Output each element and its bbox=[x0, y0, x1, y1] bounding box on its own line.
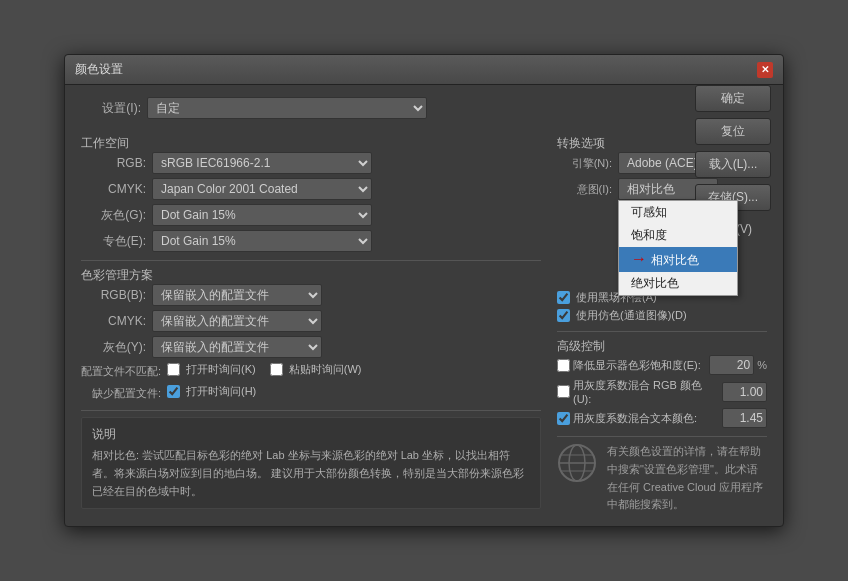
divider4 bbox=[557, 436, 767, 437]
intent-option-saturation[interactable]: 饱和度 bbox=[619, 224, 737, 247]
cmyk-mgmt-select[interactable]: 保留嵌入的配置文件 bbox=[152, 310, 322, 332]
color-mgmt-title: 色彩管理方案 bbox=[81, 267, 541, 284]
color-settings-dialog: 颜色设置 ✕ 设置(I): 自定 工作空间 RGB: sRGB IEC61966… bbox=[64, 54, 784, 526]
engine-label: 引擎(N): bbox=[557, 156, 612, 171]
advanced-title: 高级控制 bbox=[557, 338, 767, 355]
dither-label: 使用仿色(通道图像)(D) bbox=[576, 308, 687, 323]
blend-text-label: 用灰度系数混合文本颜色: bbox=[573, 411, 719, 426]
open-mismatch-label: 打开时询问(K) bbox=[186, 362, 256, 377]
ok-button[interactable]: 确定 bbox=[695, 85, 771, 112]
spot-row: 专色(E): Dot Gain 15% bbox=[81, 230, 541, 252]
info-section: 有关颜色设置的详情，请在帮助中搜索"设置色彩管理"。此术语在任何 Creativ… bbox=[557, 443, 767, 513]
cmyk-mgmt-row: RGB(B): 保留嵌入的配置文件 bbox=[81, 284, 541, 306]
close-button[interactable]: ✕ bbox=[757, 62, 773, 78]
description-box: 说明 相对比色: 尝试匹配目标色彩的绝对 Lab 坐标与来源色彩的绝对 Lab … bbox=[81, 417, 541, 509]
blend-text-checkbox[interactable] bbox=[557, 412, 570, 425]
mismatch-row: 配置文件不匹配: 打开时询问(K) 粘贴时询问(W) bbox=[81, 362, 541, 380]
load-button[interactable]: 载入(L)... bbox=[695, 151, 771, 178]
desaturate-row: 降低显示器色彩饱和度(E): % bbox=[557, 355, 767, 375]
blend-rgb-checkbox[interactable] bbox=[557, 385, 570, 398]
settings-select[interactable]: 自定 bbox=[147, 97, 427, 119]
gray-mgmt-row: 灰色(Y): 保留嵌入的配置文件 bbox=[81, 336, 541, 358]
title-bar: 颜色设置 ✕ bbox=[65, 55, 783, 85]
desaturate-input[interactable] bbox=[709, 355, 754, 375]
gray-label: 灰色(G): bbox=[81, 207, 146, 224]
desaturate-checkbox[interactable] bbox=[557, 359, 570, 372]
black-point-checkbox[interactable] bbox=[557, 291, 570, 304]
info-globe-icon bbox=[557, 443, 597, 483]
cmyk-mgmt-row2: CMYK: 保留嵌入的配置文件 bbox=[81, 310, 541, 332]
blend-text-row: 用灰度系数混合文本颜色: bbox=[557, 408, 767, 428]
gray-row: 灰色(G): Dot Gain 15% bbox=[81, 204, 541, 226]
desaturate-label: 降低显示器色彩饱和度(E): bbox=[573, 358, 706, 373]
desaturate-unit: % bbox=[757, 359, 767, 371]
intent-dropdown[interactable]: 可感知 饱和度 →相对比色 绝对比色 bbox=[618, 200, 738, 296]
rgb-mgmt-select[interactable]: 保留嵌入的配置文件 bbox=[152, 284, 322, 306]
missing-row: 缺少配置文件: 打开时询问(H) bbox=[81, 384, 541, 402]
cmyk-mgmt-label: CMYK: bbox=[81, 314, 146, 328]
dialog-body: 设置(I): 自定 工作空间 RGB: sRGB IEC61966-2.1 bbox=[65, 85, 783, 525]
blend-text-input[interactable] bbox=[722, 408, 767, 428]
dither-row: 使用仿色(通道图像)(D) bbox=[557, 308, 767, 323]
open-missing-row: 打开时询问(H) bbox=[167, 384, 256, 399]
paste-mismatch-label: 粘贴时询问(W) bbox=[289, 362, 362, 377]
blend-rgb-row: 用灰度系数混合 RGB 颜色(U): bbox=[557, 378, 767, 405]
paste-mismatch-row: 粘贴时询问(W) bbox=[270, 362, 362, 377]
description-text: 相对比色: 尝试匹配目标色彩的绝对 Lab 坐标与来源色彩的绝对 Lab 坐标，… bbox=[92, 447, 530, 500]
cmyk-select[interactable]: Japan Color 2001 Coated bbox=[152, 178, 372, 200]
settings-row: 设置(I): 自定 bbox=[81, 97, 767, 119]
gray-mgmt-label: 灰色(Y): bbox=[81, 339, 146, 356]
intent-option-perceivable[interactable]: 可感知 bbox=[619, 201, 737, 224]
missing-label: 缺少配置文件: bbox=[81, 386, 161, 401]
mismatch-label: 配置文件不匹配: bbox=[81, 364, 161, 379]
intent-label: 意图(I): bbox=[557, 182, 612, 197]
rgb-select[interactable]: sRGB IEC61966-2.1 bbox=[152, 152, 372, 174]
workspace-section: 工作空间 RGB: sRGB IEC61966-2.1 CMYK: Japan … bbox=[81, 135, 541, 252]
advanced-section: 高级控制 降低显示器色彩饱和度(E): % 用灰度系数混合 RGB 颜色(U): bbox=[557, 338, 767, 428]
main-columns: 工作空间 RGB: sRGB IEC61966-2.1 CMYK: Japan … bbox=[81, 131, 767, 513]
rgb-row: RGB: sRGB IEC61966-2.1 bbox=[81, 152, 541, 174]
divider3 bbox=[557, 331, 767, 332]
blend-rgb-label: 用灰度系数混合 RGB 颜色(U): bbox=[573, 378, 719, 405]
cmyk-label: CMYK: bbox=[81, 182, 146, 196]
rgb-label: RGB: bbox=[81, 156, 146, 170]
divider1 bbox=[81, 260, 541, 261]
info-text: 有关颜色设置的详情，请在帮助中搜索"设置色彩管理"。此术语在任何 Creativ… bbox=[607, 443, 767, 513]
spot-select[interactable]: Dot Gain 15% bbox=[152, 230, 372, 252]
open-mismatch-checkbox[interactable] bbox=[167, 363, 180, 376]
description-title: 说明 bbox=[92, 426, 530, 443]
arrow-indicator: → bbox=[631, 250, 647, 268]
spot-label: 专色(E): bbox=[81, 233, 146, 250]
open-missing-checkbox[interactable] bbox=[167, 385, 180, 398]
open-missing-label: 打开时询问(H) bbox=[186, 384, 256, 399]
blend-rgb-input[interactable] bbox=[722, 382, 767, 402]
workspace-title: 工作空间 bbox=[81, 135, 541, 152]
intent-option-relative[interactable]: →相对比色 bbox=[619, 247, 737, 272]
open-mismatch-row: 打开时询问(K) bbox=[167, 362, 256, 377]
gray-mgmt-select[interactable]: 保留嵌入的配置文件 bbox=[152, 336, 322, 358]
dither-checkbox[interactable] bbox=[557, 309, 570, 322]
reset-button[interactable]: 复位 bbox=[695, 118, 771, 145]
color-mgmt-section: 色彩管理方案 RGB(B): 保留嵌入的配置文件 CMYK: 保留嵌入的配置文件 bbox=[81, 267, 541, 402]
paste-mismatch-checkbox[interactable] bbox=[270, 363, 283, 376]
gray-select[interactable]: Dot Gain 15% bbox=[152, 204, 372, 226]
rgb-mgmt-label: RGB(B): bbox=[81, 288, 146, 302]
settings-label: 设置(I): bbox=[81, 100, 141, 117]
left-column: 工作空间 RGB: sRGB IEC61966-2.1 CMYK: Japan … bbox=[81, 131, 541, 513]
cmyk-row: CMYK: Japan Color 2001 Coated bbox=[81, 178, 541, 200]
divider2 bbox=[81, 410, 541, 411]
intent-option-absolute[interactable]: 绝对比色 bbox=[619, 272, 737, 295]
dialog-title: 颜色设置 bbox=[75, 61, 123, 78]
